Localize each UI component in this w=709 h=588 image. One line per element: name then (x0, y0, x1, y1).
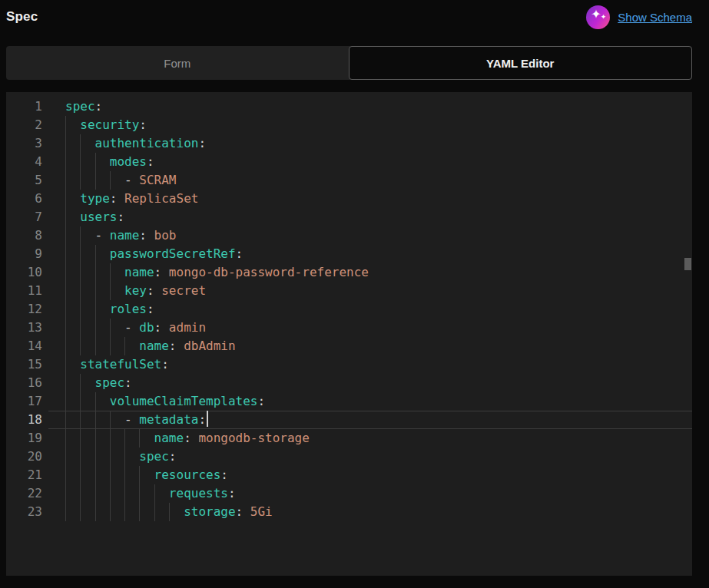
yaml-key: volumeClaimTemplates (110, 394, 258, 408)
indent-guide (65, 153, 66, 171)
yaml-key: name (110, 228, 140, 243)
indent-guide (80, 484, 81, 503)
indent-guide (65, 392, 66, 411)
code-line-7[interactable]: users: (48, 208, 692, 226)
indent-guide (80, 374, 81, 392)
yaml-punct: : (147, 302, 154, 316)
indent-guide (139, 484, 140, 503)
code-line-5[interactable]: - SCRAM (48, 171, 692, 190)
indent-guide (110, 263, 111, 282)
code-line-21[interactable]: resources: (48, 466, 692, 484)
yaml-key: name (154, 431, 184, 445)
yaml-editor[interactable]: 1234567891011121314151617181920212223 sp… (6, 92, 692, 576)
indent-guide (139, 466, 140, 484)
indent-guide (154, 503, 155, 521)
tab-yaml-editor[interactable]: YAML Editor (349, 46, 693, 80)
indent-guide (65, 116, 66, 134)
line-number: 15 (6, 355, 42, 374)
indent-guide (65, 355, 66, 374)
code-line-18[interactable]: - metadata: (48, 411, 692, 429)
indent-guide (80, 153, 81, 171)
yaml-key: spec (139, 449, 169, 464)
yaml-key: metadata (139, 412, 198, 427)
yaml-key: passwordSecretRef (110, 246, 236, 261)
code-line-10[interactable]: name: mongo-db-password-reference (48, 263, 692, 282)
line-number: 22 (6, 484, 42, 503)
yaml-punct: : (139, 228, 154, 243)
code-line-11[interactable]: key: secret (48, 282, 692, 300)
indent-guide (80, 245, 81, 263)
yaml-key: type (80, 191, 110, 206)
yaml-key: users (80, 210, 117, 224)
yaml-value: ReplicaSet (124, 191, 198, 206)
code-line-3[interactable]: authentication: (48, 134, 692, 153)
indent-guide (80, 134, 81, 153)
indent-guide (65, 190, 66, 208)
indent-guide (80, 503, 81, 521)
code-line-13[interactable]: - db: admin (48, 319, 692, 337)
line-number: 4 (6, 153, 42, 171)
code-line-9[interactable]: passwordSecretRef: (48, 245, 692, 263)
yaml-punct: : (147, 283, 161, 298)
code-line-1[interactable]: spec: (48, 97, 692, 116)
ai-sparkles-icon[interactable]: ✦ ✦ (586, 5, 610, 29)
indent-guide (95, 153, 96, 171)
indent-guide (80, 392, 81, 411)
line-number: 16 (6, 374, 42, 392)
yaml-value: admin (169, 320, 206, 335)
code-line-20[interactable]: spec: (48, 448, 692, 466)
indent-guide (80, 466, 81, 484)
yaml-value: mongodb-storage (198, 431, 310, 445)
indent-guide (110, 171, 111, 190)
yaml-punct: : (161, 357, 169, 372)
code-line-23[interactable]: storage: 5Gi (48, 503, 692, 521)
indent-guide (110, 448, 111, 466)
line-number: 20 (6, 448, 42, 466)
code-line-12[interactable]: roles: (48, 300, 692, 319)
yaml-key: modes (110, 154, 147, 169)
code-area[interactable]: spec: security: authentication: modes: -… (48, 92, 692, 576)
code-line-22[interactable]: requests: (48, 484, 692, 503)
line-number: 14 (6, 337, 42, 355)
line-number: 23 (6, 503, 42, 521)
sparkle-large-icon: ✦ (591, 8, 601, 21)
indent-guide (124, 466, 125, 484)
indent-guide (95, 171, 96, 190)
indent-guide (154, 484, 155, 503)
line-number: 8 (6, 226, 42, 245)
line-number: 3 (6, 134, 42, 153)
indent-guide (80, 171, 81, 190)
indent-guide (65, 484, 66, 503)
yaml-punct: : (110, 191, 124, 206)
code-line-16[interactable]: spec: (48, 374, 692, 392)
yaml-punct: : (169, 449, 177, 464)
indent-guide (110, 282, 111, 300)
yaml-key: resources (154, 467, 221, 482)
indent-guide (124, 484, 125, 503)
yaml-key: statefulSet (80, 357, 161, 372)
editor-scrollbar[interactable] (683, 92, 692, 576)
yaml-key: name (124, 265, 154, 279)
indent-guide (139, 429, 140, 448)
yaml-key: name (139, 339, 169, 353)
indent-guide (95, 411, 96, 429)
code-line-8[interactable]: - name: bob (48, 226, 692, 245)
code-line-17[interactable]: volumeClaimTemplates: (48, 392, 692, 411)
indent-guide (80, 300, 81, 319)
code-line-4[interactable]: modes: (48, 153, 692, 171)
indent-guide (80, 226, 81, 245)
indent-guide (110, 503, 111, 521)
tab-form[interactable]: Form (6, 46, 349, 80)
code-line-2[interactable]: security: (48, 116, 692, 134)
indent-guide (95, 300, 96, 319)
scrollbar-thumb[interactable] (684, 258, 691, 270)
yaml-punct: : (198, 136, 206, 150)
show-schema-link[interactable]: Show Schema (618, 11, 692, 24)
code-line-14[interactable]: name: dbAdmin (48, 337, 692, 355)
text-cursor (207, 411, 208, 427)
code-line-15[interactable]: statefulSet: (48, 355, 692, 374)
code-line-19[interactable]: name: mongodb-storage (48, 429, 692, 448)
line-number: 19 (6, 429, 42, 448)
indent-guide (80, 263, 81, 282)
code-line-6[interactable]: type: ReplicaSet (48, 190, 692, 208)
